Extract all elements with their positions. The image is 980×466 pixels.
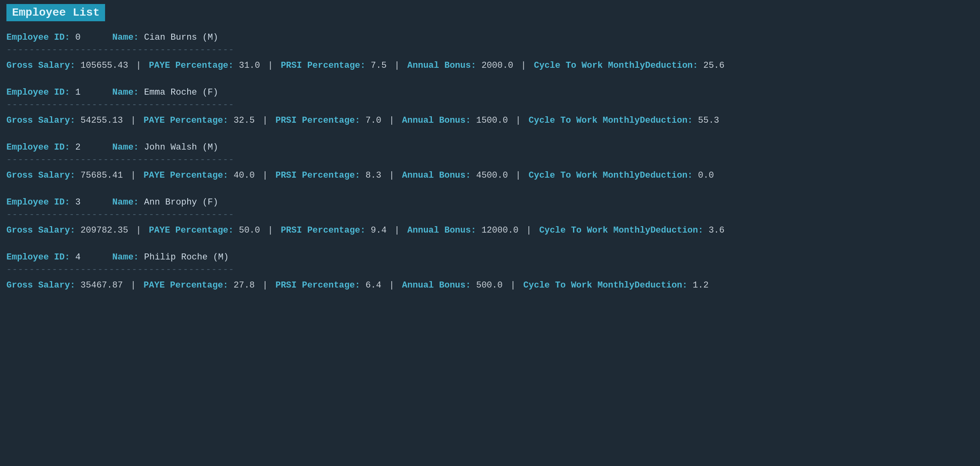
employee-block: Employee ID: 1 Name: Emma Roche (F) ----… bbox=[6, 87, 974, 127]
employee-id-label: Employee ID: bbox=[6, 87, 70, 97]
employee-name-value: John Walsh (M) bbox=[144, 142, 218, 152]
pipe: | bbox=[131, 280, 136, 290]
gross-salary-label: Gross Salary: bbox=[6, 225, 75, 235]
prsi-value: 7.0 bbox=[365, 115, 387, 126]
pipe: | bbox=[389, 280, 394, 290]
employee-divider: ---------------------------------------- bbox=[6, 265, 974, 275]
prsi-label: PRSI Percentage: bbox=[281, 225, 365, 235]
employee-divider: ---------------------------------------- bbox=[6, 45, 974, 55]
pipe: | bbox=[510, 280, 516, 290]
annual-bonus-label: Annual Bonus: bbox=[407, 225, 476, 235]
pipe: | bbox=[516, 115, 521, 126]
pipe: | bbox=[131, 170, 136, 180]
employee-details: Gross Salary: 209782.35 | PAYE Percentag… bbox=[6, 224, 974, 237]
employee-name-label: Name: bbox=[112, 142, 139, 152]
pipe: | bbox=[394, 225, 399, 235]
cycle-to-work-value: 55.3 bbox=[698, 115, 719, 126]
paye-value: 40.0 bbox=[234, 170, 260, 180]
prsi-label: PRSI Percentage: bbox=[275, 170, 360, 180]
annual-bonus-label: Annual Bonus: bbox=[407, 61, 476, 71]
gross-salary-label: Gross Salary: bbox=[6, 115, 75, 126]
employee-id-label: Employee ID: bbox=[6, 142, 70, 152]
prsi-value: 7.5 bbox=[371, 61, 392, 71]
employee-id-value: 2 bbox=[75, 142, 112, 152]
employee-header: Employee ID: 3 Name: Ann Brophy (F) bbox=[6, 197, 974, 207]
employee-block: Employee ID: 4 Name: Philip Roche (M) --… bbox=[6, 252, 974, 292]
annual-bonus-value: 500.0 bbox=[476, 280, 508, 290]
employee-id-value: 1 bbox=[75, 87, 112, 97]
employee-list: Employee ID: 0 Name: Cian Burns (M) ----… bbox=[6, 32, 974, 292]
gross-salary-label: Gross Salary: bbox=[6, 280, 75, 290]
annual-bonus-value: 2000.0 bbox=[482, 61, 518, 71]
pipe: | bbox=[389, 170, 394, 180]
page-title: Employee List bbox=[6, 4, 105, 21]
pipe: | bbox=[136, 225, 141, 235]
employee-details: Gross Salary: 105655.43 | PAYE Percentag… bbox=[6, 59, 974, 72]
cycle-to-work-label: Cycle To Work MonthlyDeduction: bbox=[539, 225, 703, 235]
pipe: | bbox=[521, 61, 526, 71]
annual-bonus-label: Annual Bonus: bbox=[402, 115, 471, 126]
employee-header: Employee ID: 0 Name: Cian Burns (M) bbox=[6, 32, 974, 43]
gross-salary-value: 35467.87 bbox=[81, 280, 128, 290]
employee-divider: ---------------------------------------- bbox=[6, 155, 974, 165]
employee-divider: ---------------------------------------- bbox=[6, 210, 974, 220]
paye-label: PAYE Percentage: bbox=[144, 280, 228, 290]
paye-label: PAYE Percentage: bbox=[144, 115, 228, 126]
employee-name-label: Name: bbox=[112, 32, 139, 43]
paye-label: PAYE Percentage: bbox=[144, 170, 228, 180]
pipe: | bbox=[131, 115, 136, 126]
pipe: | bbox=[268, 61, 273, 71]
gross-salary-label: Gross Salary: bbox=[6, 61, 75, 71]
annual-bonus-label: Annual Bonus: bbox=[402, 280, 471, 290]
cycle-to-work-label: Cycle To Work MonthlyDeduction: bbox=[528, 115, 692, 126]
paye-value: 27.8 bbox=[234, 280, 260, 290]
employee-id-value: 4 bbox=[75, 252, 112, 262]
prsi-value: 8.3 bbox=[365, 170, 387, 180]
employee-header: Employee ID: 4 Name: Philip Roche (M) bbox=[6, 252, 974, 262]
gross-salary-value: 105655.43 bbox=[81, 61, 134, 71]
employee-name-value: Ann Brophy (F) bbox=[144, 197, 218, 207]
employee-name-label: Name: bbox=[112, 252, 139, 262]
gross-salary-value: 75685.41 bbox=[81, 170, 128, 180]
annual-bonus-value: 4500.0 bbox=[476, 170, 513, 180]
employee-details: Gross Salary: 75685.41 | PAYE Percentage… bbox=[6, 169, 974, 182]
employee-name-value: Emma Roche (F) bbox=[144, 87, 218, 97]
employee-block: Employee ID: 0 Name: Cian Burns (M) ----… bbox=[6, 32, 974, 72]
pipe: | bbox=[263, 170, 268, 180]
cycle-to-work-label: Cycle To Work MonthlyDeduction: bbox=[528, 170, 692, 180]
employee-details: Gross Salary: 54255.13 | PAYE Percentage… bbox=[6, 114, 974, 127]
employee-name-value: Philip Roche (M) bbox=[144, 252, 229, 262]
cycle-to-work-label: Cycle To Work MonthlyDeduction: bbox=[534, 61, 698, 71]
pipe: | bbox=[389, 115, 394, 126]
annual-bonus-value: 12000.0 bbox=[482, 225, 524, 235]
cycle-to-work-value: 1.2 bbox=[693, 280, 709, 290]
employee-id-label: Employee ID: bbox=[6, 32, 70, 43]
employee-id-label: Employee ID: bbox=[6, 252, 70, 262]
cycle-to-work-value: 25.6 bbox=[703, 61, 725, 71]
prsi-label: PRSI Percentage: bbox=[275, 115, 360, 126]
employee-id-label: Employee ID: bbox=[6, 197, 70, 207]
pipe: | bbox=[268, 225, 273, 235]
prsi-value: 6.4 bbox=[365, 280, 387, 290]
cycle-to-work-value: 0.0 bbox=[698, 170, 714, 180]
employee-name-label: Name: bbox=[112, 197, 139, 207]
pipe: | bbox=[136, 61, 141, 71]
paye-value: 31.0 bbox=[239, 61, 265, 71]
employee-id-value: 0 bbox=[75, 32, 112, 43]
employee-block: Employee ID: 2 Name: John Walsh (M) ----… bbox=[6, 142, 974, 182]
paye-value: 32.5 bbox=[234, 115, 260, 126]
gross-salary-value: 209782.35 bbox=[81, 225, 134, 235]
pipe: | bbox=[516, 170, 521, 180]
employee-name-value: Cian Burns (M) bbox=[144, 32, 218, 43]
employee-header: Employee ID: 1 Name: Emma Roche (F) bbox=[6, 87, 974, 97]
paye-value: 50.0 bbox=[239, 225, 265, 235]
pipe: | bbox=[394, 61, 399, 71]
annual-bonus-value: 1500.0 bbox=[476, 115, 513, 126]
employee-divider: ---------------------------------------- bbox=[6, 100, 974, 110]
annual-bonus-label: Annual Bonus: bbox=[402, 170, 471, 180]
gross-salary-value: 54255.13 bbox=[81, 115, 128, 126]
paye-label: PAYE Percentage: bbox=[149, 225, 233, 235]
cycle-to-work-label: Cycle To Work MonthlyDeduction: bbox=[523, 280, 687, 290]
employee-id-value: 3 bbox=[75, 197, 112, 207]
employee-name-label: Name: bbox=[112, 87, 139, 97]
